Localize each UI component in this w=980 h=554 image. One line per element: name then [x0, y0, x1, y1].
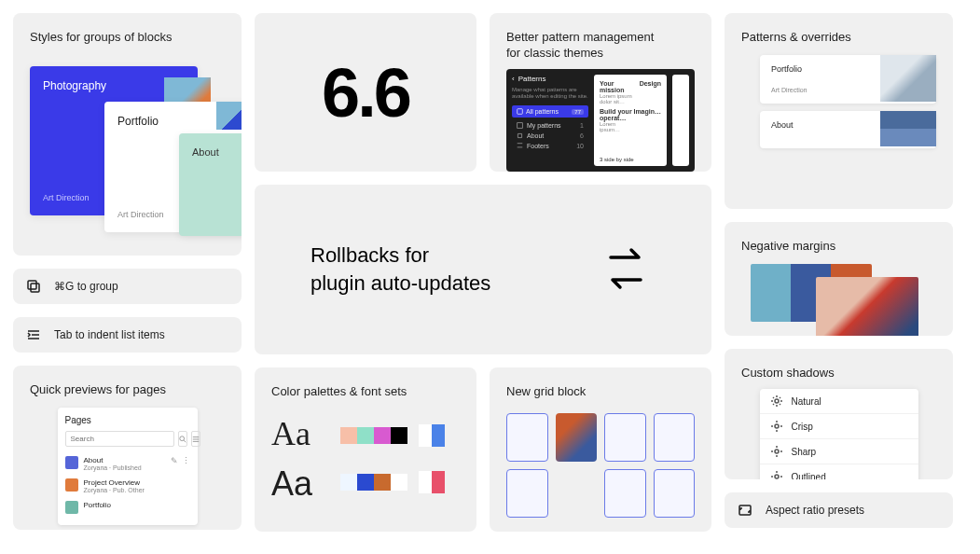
page-item[interactable]: Project Overview Zoryana · Pub. Other: [65, 475, 190, 497]
palette-pair-2[interactable]: [419, 471, 445, 493]
styles-card: Styles for groups of blocks Photography …: [13, 13, 242, 256]
shadow-card: Custom shadows Natural Crisp Sharp Outli…: [725, 349, 953, 479]
list-options-button[interactable]: [191, 431, 200, 447]
shadow-option[interactable]: Outlined: [760, 464, 918, 479]
shadow-card-title: Custom shadows: [741, 366, 936, 380]
grid-card: New grid block: [490, 367, 711, 532]
pages-heading: Pages: [65, 415, 190, 425]
pattern-card-title: Better pattern management for classic th…: [506, 30, 695, 62]
version-number: 6.6: [322, 53, 409, 132]
sun-icon: [771, 471, 782, 479]
palette-row-1[interactable]: [340, 427, 407, 444]
svg-line-18: [780, 404, 780, 405]
palette-row-2[interactable]: [340, 474, 407, 491]
tip-group-text: ⌘G to group: [54, 280, 118, 293]
pattern-card: Better pattern management for classic th…: [490, 13, 711, 172]
page-thumb: [65, 478, 78, 492]
font-preview-sans: Aa: [271, 467, 312, 501]
shadow-option[interactable]: Natural: [760, 389, 918, 414]
edit-icon[interactable]: ✎: [171, 456, 178, 465]
svg-rect-36: [739, 506, 751, 515]
color-swatch[interactable]: [374, 474, 391, 491]
shadow-option[interactable]: Crisp: [760, 414, 918, 439]
previews-card: Quick previews for pages Pages About Zor…: [13, 366, 242, 530]
overrides-card-title: Patterns & overrides: [741, 30, 936, 44]
rollback-card: Rollbacks for plugin auto-updates: [255, 185, 711, 354]
color-swatch[interactable]: [391, 427, 407, 444]
pattern-preview-next[interactable]: [672, 75, 689, 166]
grid-cell[interactable]: [604, 413, 646, 462]
svg-rect-1: [31, 284, 39, 292]
tip-group: ⌘G to group: [13, 269, 242, 304]
previews-card-title: Quick previews for pages: [30, 382, 225, 396]
search-input[interactable]: [65, 431, 174, 447]
grid-cell[interactable]: [506, 413, 548, 462]
search-icon[interactable]: [178, 431, 187, 447]
styles-card-title: Styles for groups of blocks: [30, 30, 225, 44]
pattern-preview: Your missionLorem ipsum dolor sit… Desig…: [594, 75, 667, 166]
svg-point-21: [775, 424, 779, 428]
style-layers: Photography Art Direction Portfolio Art …: [30, 59, 225, 227]
group-icon: [26, 279, 41, 294]
pattern-row[interactable]: About6: [512, 131, 588, 141]
svg-point-5: [179, 436, 184, 440]
shadow-option[interactable]: Sharp: [760, 439, 918, 464]
grid-cell[interactable]: [604, 469, 646, 518]
color-swatch[interactable]: [419, 424, 432, 447]
svg-rect-11: [518, 123, 523, 129]
svg-rect-0: [28, 281, 36, 289]
svg-rect-10: [518, 109, 523, 115]
page-item[interactable]: About Zoryana · Published ✎ ⋮: [65, 452, 190, 475]
grid-cell-image[interactable]: [556, 413, 598, 462]
palette-pair-1[interactable]: [419, 424, 445, 447]
portfolio-thumb: [216, 102, 242, 130]
back-icon[interactable]: ‹: [512, 75, 515, 83]
sun-icon: [771, 421, 782, 432]
more-icon[interactable]: ⋮: [182, 456, 190, 465]
color-swatch[interactable]: [357, 474, 374, 491]
override-thumb: [880, 55, 936, 102]
svg-line-6: [184, 440, 186, 442]
tip-indent: Tab to indent list items: [13, 317, 242, 353]
palette-card-title: Color palettes & font sets: [271, 384, 460, 398]
page-thumb: [65, 501, 78, 514]
version-card: 6.6: [255, 13, 476, 172]
svg-point-12: [775, 399, 779, 403]
grid-block: [506, 413, 695, 518]
sun-icon: [771, 395, 782, 407]
color-swatch[interactable]: [391, 474, 407, 491]
neg-card-title: Negative margins: [741, 239, 936, 253]
layer-about: About: [179, 133, 242, 236]
sun-icon: [771, 446, 782, 457]
pattern-row[interactable]: My patterns1: [512, 120, 588, 131]
page-item[interactable]: Portfolio: [65, 497, 190, 518]
pattern-row-active[interactable]: All patterns 77: [512, 105, 588, 118]
pattern-row[interactable]: Footers10: [512, 141, 588, 151]
override-item[interactable]: Portfolio Art Direction: [760, 55, 936, 104]
grid-cell[interactable]: [654, 469, 696, 518]
color-swatch[interactable]: [432, 424, 445, 447]
color-swatch[interactable]: [340, 427, 357, 444]
svg-line-19: [780, 397, 780, 398]
svg-point-31: [775, 475, 779, 478]
color-swatch[interactable]: [374, 427, 391, 444]
overrides-card: Patterns & overrides Portfolio Art Direc…: [725, 13, 953, 209]
font-preview-serif: Aa: [271, 417, 312, 450]
color-swatch[interactable]: [432, 471, 445, 493]
override-item[interactable]: About: [760, 111, 936, 148]
grid-cell[interactable]: [506, 469, 548, 518]
aspect-icon: [738, 503, 752, 518]
neg-image-2: [816, 277, 918, 336]
pattern-dark-ui: ‹Patterns Manage what patterns are avail…: [506, 69, 695, 172]
grid-card-title: New grid block: [506, 384, 695, 398]
svg-point-26: [775, 450, 779, 453]
aspect-ratio-row: Aspect ratio presets: [725, 492, 953, 528]
color-swatch[interactable]: [340, 474, 357, 491]
color-swatch[interactable]: [419, 471, 432, 493]
color-swatch[interactable]: [357, 427, 374, 444]
negative-margins-card: Negative margins: [725, 222, 953, 336]
svg-line-20: [773, 404, 774, 405]
svg-line-17: [773, 397, 774, 398]
grid-cell[interactable]: [654, 413, 696, 462]
palette-card: Color palettes & font sets Aa Aa: [255, 367, 476, 532]
